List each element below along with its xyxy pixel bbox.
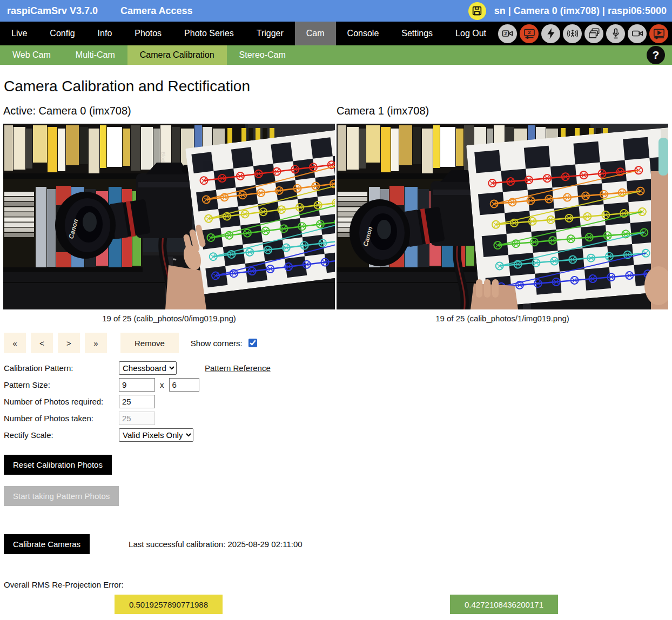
titlebar: raspiCamSrv V3.7.0 Camera Access sn | Ca… bbox=[0, 0, 672, 22]
pattern-size-separator: x bbox=[160, 380, 164, 389]
pattern-size-label: Pattern Size: bbox=[4, 380, 119, 389]
photo-caption-camera1: 19 of 25 (calib_photos/1/img019.png) bbox=[337, 314, 668, 323]
calibration-photos: BlochJavaCanon 19 of 25 (calib_photos/0/… bbox=[0, 124, 672, 323]
nav-item-live[interactable]: Live bbox=[0, 22, 38, 45]
svg-text:2: 2 bbox=[504, 31, 507, 36]
last-calibration-text: Last successful calibration: 2025-08-29 … bbox=[129, 540, 303, 549]
next-photo-button[interactable]: > bbox=[58, 333, 80, 353]
svg-text:Bloch: Bloch bbox=[160, 152, 166, 164]
rms-error-label: Overall RMS Re-Projection Error: bbox=[4, 580, 672, 589]
subnav-item-multi-cam[interactable]: Multi-Cam bbox=[63, 45, 127, 65]
cam-subnav: Web Cam Multi-Cam Camera Calibration Ste… bbox=[0, 45, 672, 65]
photo-caption-camera0: 19 of 25 (calib_photos/0/img019.png) bbox=[3, 314, 335, 323]
photo-series-icon[interactable] bbox=[584, 24, 603, 43]
nav-item-trigger[interactable]: Trigger bbox=[245, 22, 295, 45]
nav-item-photo-series[interactable]: Photo Series bbox=[173, 22, 245, 45]
motion-detect-icon[interactable] bbox=[563, 24, 582, 43]
calibration-form: Calibration Pattern: Chessboard Pattern … bbox=[4, 360, 672, 443]
session-status: sn | Camera 0 (imx708) | raspi06:5000 bbox=[494, 5, 667, 17]
save-floppy-icon[interactable] bbox=[468, 2, 486, 20]
pattern-size-height-input[interactable] bbox=[169, 378, 199, 392]
status-icons: 2 2 bbox=[498, 22, 672, 45]
pattern-reference-link[interactable]: Pattern Reference bbox=[205, 363, 271, 373]
nav-item-info[interactable]: Info bbox=[86, 22, 124, 45]
microphone-icon[interactable] bbox=[606, 24, 625, 43]
nav-item-photos[interactable]: Photos bbox=[123, 22, 173, 45]
subnav-item-camera-calibration[interactable]: Camera Calibration bbox=[127, 45, 227, 65]
section-title: Camera Access bbox=[120, 5, 192, 17]
calibration-pattern-select[interactable]: Chessboard bbox=[119, 361, 177, 375]
previous-photo-button[interactable]: < bbox=[31, 333, 53, 353]
camera1-title: Camera 1 (imx708) bbox=[337, 105, 668, 117]
app-title: raspiCamSrv V3.7.0 bbox=[7, 5, 98, 17]
nav-item-logout[interactable]: Log Out bbox=[444, 22, 498, 45]
nav-item-settings[interactable]: Settings bbox=[390, 22, 444, 45]
rms-value-camera1: 0.4272108436200171 bbox=[450, 595, 558, 614]
calibration-pattern-label: Calibration Pattern: bbox=[4, 363, 119, 373]
reset-calibration-photos-button[interactable]: Reset Calibration Photos bbox=[4, 455, 112, 475]
rms-value-camera0: 0.5019257890771988 bbox=[115, 595, 223, 614]
calibrate-cameras-button[interactable]: Calibrate Cameras bbox=[4, 534, 90, 554]
photos-taken-input bbox=[119, 412, 155, 425]
first-photo-button[interactable]: « bbox=[4, 333, 26, 353]
rectify-scale-select[interactable]: Valid Pixels Only bbox=[119, 428, 193, 442]
calibration-photo-camera1: BlochJavaCanon bbox=[337, 124, 668, 309]
two-cameras-icon[interactable]: 2 bbox=[498, 24, 517, 43]
camera0-title: Active: Camera 0 (imx708) bbox=[3, 105, 335, 117]
show-corners-checkbox[interactable] bbox=[248, 339, 257, 347]
photo-navigation-controls: « < > » Remove Show corners: bbox=[4, 333, 672, 353]
display-2-icon[interactable]: 2 bbox=[520, 24, 539, 43]
remove-photo-button[interactable]: Remove bbox=[120, 333, 179, 353]
video-camera-icon[interactable] bbox=[628, 24, 647, 43]
nav-item-config[interactable]: Config bbox=[38, 22, 86, 45]
pattern-size-width-input[interactable] bbox=[119, 378, 155, 392]
page-title: Camera Calibration and Rectification bbox=[4, 78, 672, 95]
start-pattern-photos-button[interactable]: Start taking Pattern Photos bbox=[4, 486, 119, 506]
subnav-item-stereo-cam[interactable]: Stereo-Cam bbox=[227, 45, 298, 65]
calibration-photo-camera0: BlochJavaCanon bbox=[3, 124, 335, 309]
nav-item-console[interactable]: Console bbox=[336, 22, 391, 45]
photos-required-label: Number of Photos required: bbox=[4, 397, 119, 406]
subnav-item-web-cam[interactable]: Web Cam bbox=[0, 45, 63, 65]
photos-required-input[interactable] bbox=[119, 395, 155, 408]
nav-item-cam[interactable]: Cam bbox=[295, 22, 336, 45]
photos-taken-label: Number of Photos taken: bbox=[4, 414, 119, 423]
flash-icon[interactable] bbox=[541, 24, 560, 43]
rectify-scale-label: Rectify Scale: bbox=[4, 430, 119, 440]
show-corners-label: Show corners: bbox=[191, 339, 243, 348]
video-player-icon[interactable] bbox=[649, 24, 668, 43]
last-photo-button[interactable]: » bbox=[85, 333, 107, 353]
svg-text:2: 2 bbox=[528, 29, 530, 35]
main-navbar: Live Config Info Photos Photo Series Tri… bbox=[0, 22, 672, 45]
help-icon[interactable]: ? bbox=[647, 46, 665, 64]
